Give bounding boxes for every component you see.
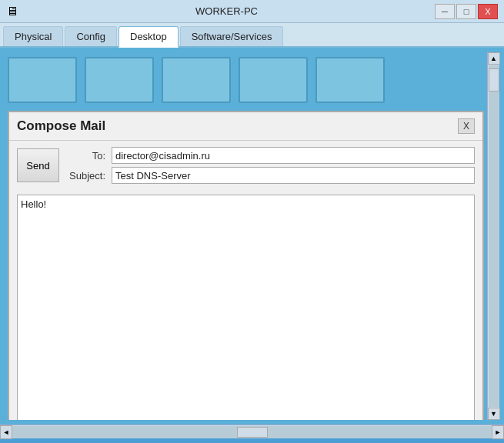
h-scroll-track — [12, 426, 492, 438]
scroll-right-arrow[interactable]: ► — [492, 425, 504, 439]
window-controls: ─ □ X — [435, 4, 498, 19]
to-label: To: — [65, 150, 112, 162]
close-button[interactable]: X — [478, 4, 498, 19]
scroll-down-arrow[interactable]: ▼ — [488, 408, 500, 420]
scroll-track — [489, 65, 499, 407]
tab-software-services[interactable]: Software/Services — [180, 26, 284, 46]
message-textarea[interactable]: Hello! — [17, 195, 475, 420]
tab-bar: Physical Config Desktop Software/Service… — [0, 23, 504, 48]
app-icon: 🖥 — [6, 5, 18, 18]
compose-mail-dialog: Compose Mail X Send To: Subject: — [8, 111, 484, 420]
tab-config[interactable]: Config — [65, 26, 117, 46]
subject-row: Subject: — [65, 167, 475, 184]
compose-main-row: Send To: Subject: — [17, 147, 475, 187]
tab-desktop[interactable]: Desktop — [118, 26, 179, 48]
scroll-up-arrow[interactable]: ▲ — [488, 52, 500, 65]
scroll-thumb[interactable] — [489, 68, 499, 92]
content-area: Compose Mail X Send To: Subject: — [0, 48, 504, 425]
desktop-icon-1[interactable] — [8, 57, 77, 103]
desktop-icon-3[interactable] — [162, 57, 231, 103]
desktop-icons-strip — [5, 52, 487, 108]
h-scroll-thumb[interactable] — [237, 427, 268, 438]
vertical-scrollbar: ▲ ▼ — [487, 52, 499, 420]
to-row: To: — [65, 147, 475, 164]
window-title: WORKER-PC — [18, 5, 435, 17]
desktop-icon-4[interactable] — [239, 57, 308, 103]
desktop-icon-2[interactable] — [85, 57, 154, 103]
compose-body: Send To: Subject: Hello! — [9, 141, 482, 420]
compose-close-button[interactable]: X — [458, 118, 475, 134]
title-bar: 🖥 WORKER-PC ─ □ X — [0, 0, 504, 23]
horizontal-scrollbar: ◄ ► — [0, 425, 504, 438]
scroll-left-arrow[interactable]: ◄ — [0, 425, 12, 439]
compose-title: Compose Mail — [17, 118, 105, 134]
subject-input[interactable] — [112, 167, 475, 184]
subject-label: Subject: — [65, 170, 112, 182]
tab-physical[interactable]: Physical — [3, 26, 63, 46]
to-input[interactable] — [112, 147, 475, 164]
fields-area: To: Subject: — [65, 147, 475, 187]
desktop-icon-5[interactable] — [315, 57, 385, 103]
compose-header: Compose Mail X — [9, 112, 482, 141]
maximize-button[interactable]: □ — [456, 4, 476, 19]
send-button[interactable]: Send — [17, 148, 59, 182]
minimize-button[interactable]: ─ — [435, 4, 455, 19]
